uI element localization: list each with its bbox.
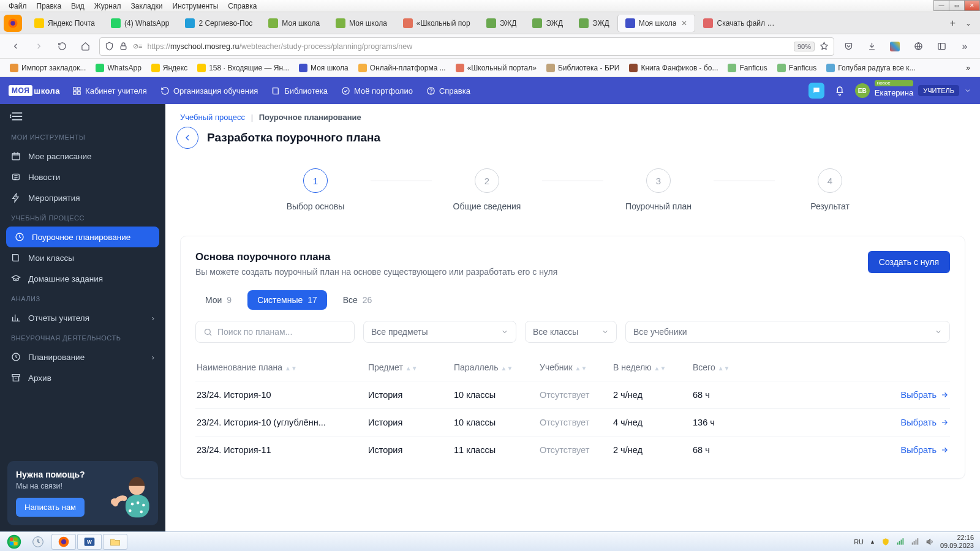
browser-tab[interactable]: 2 Сергиево-Пос — [178, 15, 260, 32]
column-header[interactable]: Учебник▲▼ — [540, 362, 613, 372]
create-from-scratch-button[interactable]: Создать с нуля — [868, 251, 950, 273]
bookmark-item[interactable]: 158 · Входящие — Ян... — [194, 62, 293, 74]
taskbar-clock-app[interactable] — [26, 534, 50, 550]
column-header[interactable]: Предмет▲▼ — [368, 362, 454, 372]
step[interactable]: 3Поурочный план — [603, 168, 714, 211]
pocket-icon[interactable] — [839, 37, 858, 56]
subject-select[interactable]: Все предметы — [363, 321, 516, 343]
help-write-button[interactable]: Написать нам — [16, 498, 85, 517]
bookmark-item[interactable]: Импорт закладок... — [6, 62, 89, 74]
bookmark-item[interactable]: Fanficus — [724, 62, 771, 74]
browser-tab[interactable]: Моя школа — [261, 15, 327, 32]
bookmark-item[interactable]: Моя школа — [295, 62, 352, 74]
sidebar-item[interactable]: Мое расписание — [0, 146, 165, 167]
sidebar-item[interactable]: Домашние задания — [0, 268, 165, 289]
browser-tab[interactable]: (4) WhatsApp — [104, 15, 176, 32]
browser-tab[interactable]: ЭЖД — [479, 15, 524, 32]
sidebar-item[interactable]: Архив — [0, 367, 165, 388]
column-header[interactable]: Наименование плана▲▼ — [197, 362, 368, 372]
select-button[interactable]: Выбрать — [766, 390, 949, 400]
menu-edit[interactable]: Правка — [32, 1, 67, 12]
step[interactable]: 2Общие сведения — [432, 168, 542, 211]
sidebar-item[interactable]: Поурочное планирование — [6, 227, 159, 247]
firefox-icon[interactable] — [4, 15, 22, 32]
bookmarks-overflow-icon[interactable]: » — [962, 64, 974, 72]
search-input[interactable]: Поиск по планам... — [195, 321, 355, 343]
class-select[interactable]: Все классы — [525, 321, 617, 343]
address-bar[interactable]: ⊘≡ https://myschool.mosreg.ru/webteacher… — [99, 37, 834, 56]
new-tab-button[interactable]: + — [945, 15, 960, 31]
home-button[interactable] — [76, 37, 94, 56]
app-nav-item[interactable]: Организация обучения — [160, 86, 258, 96]
menu-bookmarks[interactable]: Закладки — [126, 1, 168, 12]
menu-view[interactable]: Вид — [66, 1, 89, 12]
app-logo[interactable]: МОЯшкола — [9, 85, 60, 96]
bookmark-item[interactable]: Библиотека - БРИ — [543, 62, 623, 74]
browser-tab[interactable]: Скачать файл | п — [696, 15, 782, 32]
tab-overflow-icon[interactable]: ⌄ — [960, 17, 976, 30]
column-header[interactable]: Всего▲▼ — [693, 362, 766, 372]
browser-tab[interactable]: Моя школа — [328, 15, 394, 32]
bookmark-item[interactable]: Fanficus — [774, 62, 820, 74]
chat-icon[interactable] — [809, 83, 824, 99]
filter-tab[interactable]: Системные 17 — [247, 290, 327, 310]
step[interactable]: 4Результат — [775, 168, 885, 211]
bookmark-item[interactable]: Книга Фанфиков - бо... — [625, 62, 722, 74]
user-chip[interactable]: ЕВ новоеЕкатерина УЧИТЕЛЬ — [855, 83, 971, 98]
sidebar-collapse-icon[interactable] — [0, 111, 165, 127]
column-header[interactable]: В неделю▲▼ — [613, 362, 693, 372]
window-maximize-icon[interactable]: ▭ — [949, 0, 965, 11]
window-minimize-icon[interactable]: — — [933, 0, 949, 11]
back-circle-button[interactable] — [176, 127, 198, 149]
downloads-icon[interactable] — [862, 37, 881, 56]
overflow-toolbar-icon[interactable]: » — [956, 37, 974, 56]
sidebar-item[interactable]: Планирование› — [0, 347, 165, 367]
tray-shield-icon[interactable] — [881, 538, 890, 546]
start-button[interactable] — [4, 534, 24, 550]
ext1-icon[interactable] — [886, 37, 904, 56]
sidebar-toggle-icon[interactable] — [932, 37, 951, 56]
taskbar-word[interactable]: W — [77, 534, 102, 550]
browser-tab[interactable]: Моя школа✕ — [618, 15, 695, 32]
tray-network2-icon[interactable] — [911, 538, 919, 546]
tray-network-icon[interactable] — [896, 538, 905, 546]
bell-icon[interactable] — [834, 85, 845, 96]
column-header[interactable]: Параллель▲▼ — [454, 362, 540, 372]
tray-up-icon[interactable]: ▲ — [870, 539, 875, 545]
menu-help[interactable]: Справка — [223, 1, 262, 12]
filter-tab[interactable]: Мои 9 — [195, 290, 241, 310]
sidebar-item[interactable]: Мероприятия — [0, 187, 165, 208]
sidebar-item[interactable]: Отчеты учителя› — [0, 307, 165, 328]
select-button[interactable]: Выбрать — [766, 445, 949, 455]
app-nav-item[interactable]: Моё портфолио — [341, 86, 413, 96]
sidebar-item[interactable]: Новости — [0, 167, 165, 187]
window-close-icon[interactable]: ✕ — [964, 0, 980, 11]
back-button[interactable] — [6, 37, 24, 56]
filter-tab[interactable]: Все 26 — [333, 290, 382, 310]
bookmark-item[interactable]: Онлайн-платформа ... — [355, 62, 450, 74]
book-select[interactable]: Все учебники — [625, 321, 950, 343]
app-nav-item[interactable]: Библиотека — [271, 86, 328, 96]
bookmark-item[interactable]: Яндекс — [148, 62, 191, 74]
app-nav-item[interactable]: Справка — [426, 86, 470, 96]
bookmark-star-icon[interactable] — [820, 42, 829, 51]
forward-button[interactable] — [29, 37, 48, 56]
ext2-icon[interactable] — [909, 37, 927, 56]
menu-history[interactable]: Журнал — [89, 1, 126, 12]
bookmark-item[interactable]: «Школьный портал» — [452, 62, 540, 74]
close-icon[interactable]: ✕ — [681, 19, 687, 28]
menu-tools[interactable]: Инструменты — [168, 1, 224, 12]
taskbar-firefox[interactable] — [51, 534, 76, 550]
select-button[interactable]: Выбрать — [766, 418, 949, 427]
app-nav-item[interactable]: Кабинет учителя — [72, 86, 147, 96]
breadcrumb-link[interactable]: Учебный процесс — [180, 113, 245, 122]
browser-tab[interactable]: ЭЖД — [571, 15, 617, 32]
bookmark-item[interactable]: Голубая радуга все к... — [823, 62, 919, 74]
reload-button[interactable] — [53, 37, 71, 56]
zoom-badge[interactable]: 90% — [794, 42, 815, 51]
menu-file[interactable]: Файл — [4, 1, 32, 12]
browser-tab[interactable]: Яндекс Почта — [27, 15, 102, 32]
browser-tab[interactable]: «Школьный пор — [396, 15, 478, 32]
taskbar-clock[interactable]: 22:1609.09.2023 — [940, 534, 976, 549]
taskbar-lang[interactable]: RU — [854, 538, 864, 545]
